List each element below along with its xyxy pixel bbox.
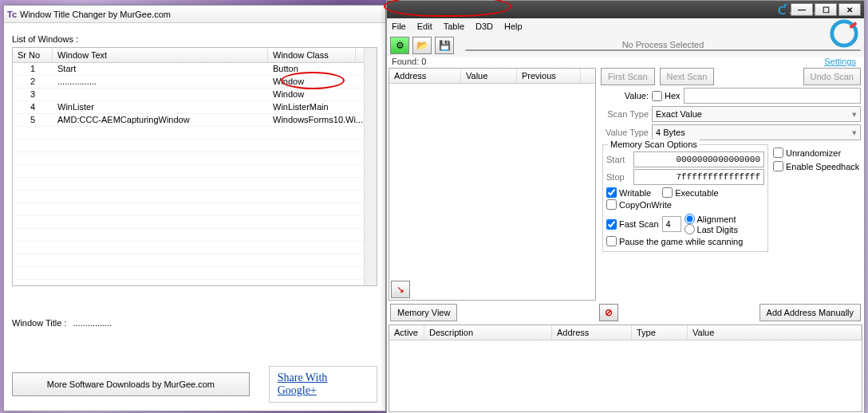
hex-checkbox[interactable]: Hex: [652, 91, 681, 101]
no-process-label: No Process Selected: [622, 40, 704, 49]
next-scan-button[interactable]: Next Scan: [660, 68, 715, 85]
cheat-engine-logo: [829, 18, 859, 49]
share-google-link[interactable]: Share With Google+: [278, 372, 369, 397]
titlebar-right[interactable]: Ƈ ................ — ☐ ✕: [387, 1, 864, 18]
add-address-button[interactable]: Add Address Manually: [760, 304, 861, 321]
menu-file[interactable]: File: [392, 22, 406, 31]
col-active[interactable]: Active: [389, 325, 424, 340]
value-type-label: Value Type: [601, 128, 649, 137]
fast-scan-checkbox[interactable]: Fast Scan: [606, 219, 659, 230]
menu-help[interactable]: Help: [504, 22, 523, 31]
ce-title: ................: [789, 6, 828, 15]
open-process-button[interactable]: ⚙: [390, 37, 409, 54]
pause-checkbox[interactable]: Pause the game while scanning: [606, 236, 743, 246]
col-previous[interactable]: Previous: [517, 69, 581, 83]
pointer-scan-icon[interactable]: ↘: [391, 281, 410, 298]
windows-table: Sr No Window Text Window Class 1StartBut…: [12, 47, 377, 286]
header-window-text[interactable]: Window Text: [53, 48, 268, 62]
menu-edit[interactable]: Edit: [417, 22, 432, 31]
value-label: Value:: [601, 91, 649, 100]
undo-scan-button[interactable]: Undo Scan: [803, 68, 861, 85]
address-list: Active Description Address Type Value: [389, 324, 862, 412]
menubar: File Edit Table D3D Help: [387, 18, 864, 34]
header-window-class[interactable]: Window Class: [268, 48, 356, 62]
start-label: Start: [606, 155, 630, 164]
copyonwrite-checkbox[interactable]: CopyOnWrite: [606, 199, 672, 210]
unrandomizer-checkbox[interactable]: Unrandomizer: [773, 148, 861, 158]
table-row[interactable]: 5AMD:CCC-AEMCapturingWindowWindowsForms1…: [13, 114, 377, 127]
col-address[interactable]: Address: [389, 69, 461, 83]
window-title-changer: Tc Window Title Changer by MurGee.com Li…: [3, 5, 386, 411]
toolbar: ⚙ 📂 💾 No Process Selected: [387, 34, 864, 57]
speedhack-checkbox[interactable]: Enable Speedhack: [773, 161, 861, 171]
progress-bar: [465, 49, 861, 51]
list-label: List of Windows :: [12, 34, 377, 44]
stop-label: Stop: [606, 172, 630, 182]
memory-scan-options: Memory Scan Options Start Stop Writable …: [602, 144, 768, 252]
table-row[interactable]: 3Window: [13, 88, 377, 101]
col-desc[interactable]: Description: [424, 325, 552, 340]
header-sr[interactable]: Sr No: [13, 48, 53, 62]
window-title-label: Window Title :: [12, 318, 66, 328]
scan-type-label: Scan Type: [601, 109, 649, 119]
scrollbar[interactable]: [364, 48, 377, 285]
menu-d3d[interactable]: D3D: [475, 22, 493, 31]
table-row[interactable]: 1StartButton: [13, 63, 377, 76]
fast-scan-value[interactable]: [662, 216, 681, 232]
save-button[interactable]: 💾: [435, 37, 454, 54]
value-type-select[interactable]: 4 Bytes: [652, 124, 861, 140]
value-input[interactable]: [684, 88, 861, 104]
app-icon: Tc: [7, 10, 17, 19]
settings-link[interactable]: Settings: [824, 57, 856, 66]
scan-controls: First Scan Next Scan Undo Scan Value: He…: [598, 66, 864, 302]
window-title: Window Title Changer by MurGee.com: [20, 10, 171, 19]
more-downloads-button[interactable]: More Software Downloads by MurGee.com: [12, 372, 250, 396]
table-row[interactable]: 4WinListerWinListerMain: [13, 101, 377, 114]
col-value[interactable]: Value: [461, 69, 517, 83]
col-val2[interactable]: Value: [688, 325, 862, 340]
menu-table[interactable]: Table: [444, 22, 464, 31]
col-addr2[interactable]: Address: [552, 325, 632, 340]
close-button[interactable]: ✕: [838, 3, 861, 16]
executable-checkbox[interactable]: Executable: [662, 187, 718, 198]
memory-view-button[interactable]: Memory View: [390, 304, 457, 321]
scan-type-select[interactable]: Exact Value: [652, 106, 861, 122]
stop-input[interactable]: [633, 169, 764, 185]
last-digits-radio[interactable]: Last Digits: [685, 224, 738, 234]
open-file-button[interactable]: 📂: [412, 37, 432, 54]
share-box: Share With Google+: [269, 366, 377, 403]
titlebar-left[interactable]: Tc Window Title Changer by MurGee.com: [4, 6, 385, 23]
alignment-radio[interactable]: Alignment: [685, 214, 738, 224]
table-row[interactable]: 2................Window: [13, 76, 377, 88]
scan-results: Address Value Previous ↘: [389, 68, 596, 301]
window-title-value: ................: [73, 318, 112, 328]
start-input[interactable]: [633, 151, 764, 167]
cheat-engine-window: Ƈ ................ — ☐ ✕ File Edit Table…: [386, 0, 865, 413]
ce-icon: Ƈ: [778, 4, 786, 17]
col-type[interactable]: Type: [632, 325, 688, 340]
writable-checkbox[interactable]: Writable: [606, 187, 651, 198]
first-scan-button[interactable]: First Scan: [601, 68, 655, 85]
stop-icon[interactable]: ⊘: [599, 304, 618, 321]
